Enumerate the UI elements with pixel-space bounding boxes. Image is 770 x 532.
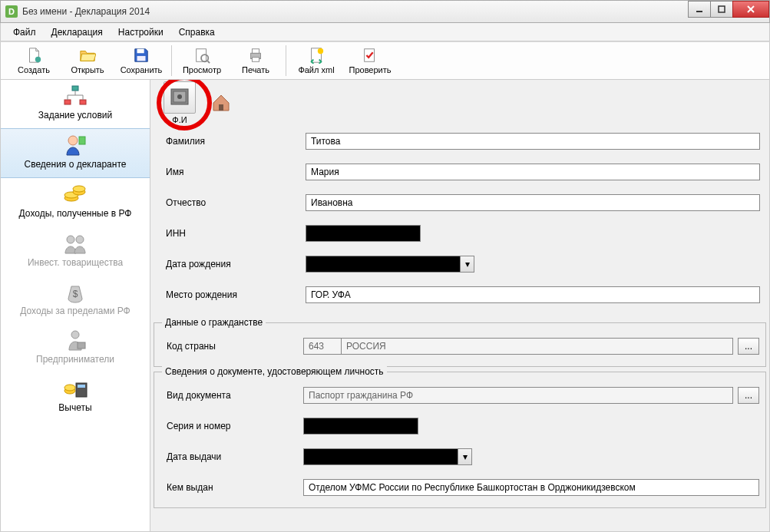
dob-label: Дата рождения bbox=[160, 259, 306, 269]
businessman-icon bbox=[61, 329, 89, 352]
sidebar-label: Доходы за пределами РФ bbox=[20, 306, 130, 316]
patronymic-input[interactable] bbox=[306, 194, 760, 211]
print-icon bbox=[247, 47, 264, 64]
safe-icon bbox=[168, 86, 191, 109]
toolbar-create[interactable]: Создать bbox=[7, 43, 61, 78]
money-bag-icon: $ bbox=[61, 280, 89, 303]
svg-rect-24 bbox=[79, 137, 85, 144]
fio-button[interactable] bbox=[164, 81, 196, 114]
toolbar-print[interactable]: Печать bbox=[229, 43, 283, 78]
toolbar-save[interactable]: Сохранить bbox=[114, 43, 168, 78]
name-label: Имя bbox=[160, 167, 306, 177]
sidebar-label: Предприниматели bbox=[36, 355, 114, 365]
issuedby-row: Кем выдан bbox=[160, 472, 759, 503]
identity-group: Сведения о документе, удостоверяющем лич… bbox=[154, 372, 766, 508]
svg-point-28 bbox=[73, 186, 85, 192]
minimize-button[interactable] bbox=[688, 1, 711, 18]
svg-rect-18 bbox=[80, 100, 86, 104]
pob-row: Место рождения bbox=[160, 279, 760, 310]
menu-settings[interactable]: Настройки bbox=[112, 25, 170, 39]
sub-toolbar: Ф.И bbox=[150, 80, 769, 126]
svg-point-29 bbox=[67, 236, 74, 243]
serial-label: Серия и номер bbox=[160, 421, 303, 431]
dob-value: ██.██.████ bbox=[306, 256, 460, 272]
inn-input[interactable]: ████████████ bbox=[306, 225, 421, 242]
issuedate-combo[interactable]: ██.██.████ ▾ bbox=[303, 448, 472, 465]
country-name-input bbox=[342, 338, 733, 355]
toolbar-separator bbox=[286, 45, 286, 76]
issuedate-value: ██.██.████ bbox=[304, 449, 458, 464]
sidebar-item-entrepreneur: Предприниматели bbox=[1, 324, 150, 372]
sidebar-label: Доходы, полученные в РФ bbox=[19, 209, 132, 219]
svg-point-40 bbox=[177, 94, 182, 99]
check-icon bbox=[362, 47, 378, 64]
toolbar: Создать Открыть Сохранить Просмотр Печат… bbox=[0, 41, 770, 80]
fio-form: Фамилия Имя Отчество ИНН ████████████ Да… bbox=[150, 126, 769, 318]
serial-row: Серия и номер ████ ██████ bbox=[160, 411, 759, 441]
sidebar-item-deductions[interactable]: Вычеты bbox=[1, 372, 150, 421]
serial-input[interactable]: ████ ██████ bbox=[303, 418, 418, 435]
sidebar-item-income-foreign: $ Доходы за пределами РФ bbox=[1, 276, 150, 324]
country-code-label: Код страны bbox=[160, 341, 303, 352]
toolbar-print-label: Печать bbox=[242, 65, 269, 74]
chevron-down-icon[interactable]: ▾ bbox=[458, 449, 471, 464]
menu-help[interactable]: Справка bbox=[173, 25, 221, 39]
svg-rect-11 bbox=[252, 49, 259, 54]
xml-file-icon bbox=[308, 47, 325, 64]
calculator-icon bbox=[61, 377, 89, 400]
toolbar-save-label: Сохранить bbox=[121, 65, 163, 74]
patronymic-row: Отчество bbox=[160, 187, 760, 218]
surname-input[interactable] bbox=[306, 133, 760, 150]
sidebar: Задание условий Сведения о декларанте До… bbox=[1, 80, 150, 531]
house-icon[interactable] bbox=[210, 92, 232, 114]
toolbar-check-label: Проверить bbox=[349, 65, 391, 74]
pob-label: Место рождения bbox=[160, 289, 306, 300]
toolbar-preview-label: Просмотр bbox=[183, 65, 221, 74]
name-input[interactable] bbox=[306, 164, 760, 180]
svg-rect-41 bbox=[219, 104, 223, 111]
issuedby-input[interactable] bbox=[303, 479, 759, 496]
svg-rect-35 bbox=[78, 385, 85, 388]
sidebar-item-conditions[interactable]: Задание условий bbox=[1, 80, 150, 128]
issuedate-label: Дата выдачи bbox=[160, 451, 303, 462]
toolbar-open[interactable]: Открыть bbox=[61, 43, 114, 78]
toolbar-separator bbox=[171, 45, 172, 76]
menu-bar: Файл Декларация Настройки Справка bbox=[0, 23, 770, 41]
chevron-down-icon[interactable]: ▾ bbox=[460, 256, 474, 272]
toolbar-create-label: Создать bbox=[18, 65, 50, 74]
country-code-input bbox=[303, 338, 342, 355]
flowchart-icon bbox=[61, 84, 89, 107]
dob-combo[interactable]: ██.██.████ ▾ bbox=[306, 256, 474, 273]
svg-text:$: $ bbox=[73, 289, 78, 299]
content-panel: Ф.И Фамилия Имя Отчество ИНН ███████████… bbox=[150, 80, 769, 531]
sidebar-item-declarant[interactable]: Сведения о декларанте bbox=[1, 128, 150, 178]
pob-input[interactable] bbox=[306, 286, 760, 303]
toolbar-check[interactable]: Проверить bbox=[343, 43, 397, 78]
toolbar-preview[interactable]: Просмотр bbox=[175, 43, 229, 78]
sidebar-label: Задание условий bbox=[38, 111, 112, 121]
identity-legend: Сведения о документе, удостоверяющем лич… bbox=[162, 366, 387, 377]
doctype-row: Вид документа ... bbox=[160, 380, 759, 411]
toolbar-xml[interactable]: Файл xml bbox=[289, 43, 343, 78]
country-browse-button[interactable]: ... bbox=[738, 338, 759, 355]
doctype-browse-button[interactable]: ... bbox=[738, 387, 759, 404]
maximize-button[interactable] bbox=[710, 1, 733, 18]
menu-file[interactable]: Файл bbox=[7, 25, 42, 39]
svg-rect-5 bbox=[137, 49, 144, 54]
svg-rect-12 bbox=[252, 58, 259, 62]
partners-icon bbox=[61, 232, 89, 255]
sidebar-label: Вычеты bbox=[58, 403, 91, 413]
main-area: Задание условий Сведения о декларанте До… bbox=[0, 80, 770, 532]
svg-line-9 bbox=[207, 61, 210, 63]
name-row: Имя bbox=[160, 157, 760, 187]
doctype-label: Вид документа bbox=[160, 390, 303, 401]
inn-row: ИНН ████████████ bbox=[160, 218, 760, 249]
citizenship-group: Данные о гражданстве Код страны ... bbox=[154, 322, 766, 367]
issuedby-label: Кем выдан bbox=[160, 482, 303, 493]
svg-rect-17 bbox=[64, 100, 71, 104]
citizenship-legend: Данные о гражданстве bbox=[162, 317, 266, 328]
coins-icon bbox=[61, 183, 89, 206]
sidebar-item-income-rf[interactable]: Доходы, полученные в РФ bbox=[1, 178, 150, 226]
close-button[interactable] bbox=[732, 1, 769, 18]
menu-declaration[interactable]: Декларация bbox=[45, 25, 109, 39]
